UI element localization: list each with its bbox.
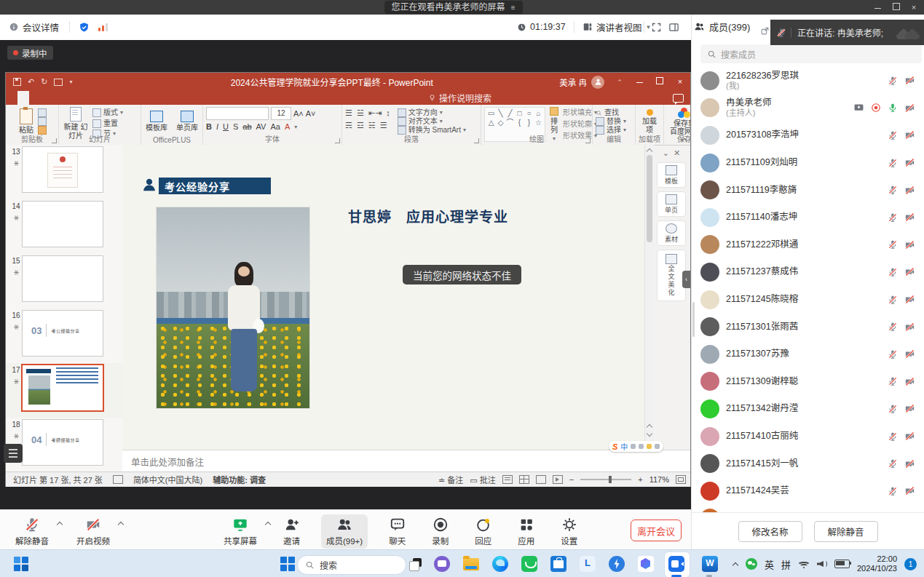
grow-font-button[interactable]: A˄ — [293, 109, 304, 118]
control-button[interactable]: 录制 — [427, 514, 454, 549]
ribbon-tab[interactable] — [146, 91, 157, 105]
ppt-restore-button[interactable] — [649, 73, 670, 91]
widgets-icon[interactable] — [12, 554, 31, 573]
qat-customize-icon[interactable]: ▾ — [69, 79, 72, 85]
zoom-in-button[interactable]: + — [638, 475, 642, 484]
zoom-out-button[interactable]: − — [569, 475, 574, 484]
microsoft-store-icon[interactable] — [549, 554, 568, 573]
control-button[interactable]: 邀请 — [278, 514, 305, 549]
member-row[interactable]: 冉美承老师 (主持人) — [692, 95, 924, 122]
member-row[interactable]: 211571309谢梓聪 — [692, 368, 924, 396]
member-row[interactable]: 221628236罗思琪 (我) — [692, 67, 924, 95]
tencent-meeting-icon[interactable] — [668, 556, 684, 572]
comments-icon[interactable] — [673, 94, 684, 103]
slide-canvas[interactable]: 考公经验分享 甘思婷 应用心理学专业 当前您的网络状态不佳 — [122, 145, 644, 450]
zoom-percent[interactable]: 117% — [649, 475, 669, 484]
language-status[interactable]: 简体中文(中国大陆) — [133, 474, 202, 485]
italic-button[interactable]: I — [216, 122, 218, 131]
normal-view-button[interactable] — [502, 475, 513, 484]
control-button[interactable]: 成员(99+) — [321, 514, 368, 549]
member-row[interactable]: 211571301张雨茜 — [692, 313, 924, 341]
ime-mic-icon[interactable] — [631, 444, 636, 449]
zoom-slider-thumb[interactable] — [609, 476, 612, 483]
align-center-button[interactable]: ☲ — [357, 121, 364, 130]
dialog-launcher[interactable] — [335, 138, 340, 143]
mic-muted-icon[interactable] — [888, 267, 898, 277]
dialog-launcher[interactable] — [474, 138, 479, 143]
mic-muted-icon[interactable] — [888, 239, 898, 250]
camera-off-icon[interactable] — [904, 294, 915, 305]
fullscreen-button[interactable] — [651, 15, 662, 39]
member-row[interactable]: 211571307苏豫 — [692, 341, 924, 368]
mic-muted-icon[interactable] — [888, 212, 898, 223]
tellme-search[interactable]: 操作说明搜索 — [421, 91, 491, 105]
camera-off-icon[interactable] — [904, 431, 915, 442]
slide-thumbnail-panel[interactable]: 13 14 — [6, 145, 123, 471]
hidden-icons-chevron[interactable] — [733, 561, 738, 567]
ribbon-display-options-button[interactable]: ⌃ — [610, 79, 629, 86]
edge-browser-icon[interactable] — [491, 554, 510, 573]
notes-toggle[interactable]: ≐ 备注 — [438, 474, 463, 485]
next-slide-button[interactable] — [647, 431, 652, 437]
member-row[interactable]: 211571119李憨旖 — [692, 176, 924, 204]
ribbon-tab[interactable] — [52, 91, 64, 105]
shape-outline-button[interactable]: 形状轮廓▾ — [563, 120, 597, 129]
save-icon[interactable] — [13, 78, 21, 86]
mic-muted-icon[interactable] — [888, 376, 898, 386]
chevron-up-icon[interactable] — [119, 521, 124, 526]
camera-off-icon[interactable] — [904, 458, 915, 469]
mic-muted-icon[interactable] — [888, 431, 898, 442]
mic-muted-icon[interactable] — [888, 349, 898, 359]
annotation-toolbar[interactable] — [4, 444, 23, 463]
ribbon-tab[interactable] — [6, 91, 17, 105]
camera-off-icon[interactable] — [904, 403, 915, 414]
indent-buttons[interactable]: ⇤⇥ — [368, 108, 382, 118]
camera-off-icon[interactable] — [904, 157, 915, 168]
camera-off-icon[interactable] — [904, 239, 915, 250]
member-row[interactable]: 211571237蔡成伟 — [692, 258, 924, 286]
control-button[interactable]: 聊天 — [384, 514, 411, 549]
ime-skin-icon[interactable] — [647, 444, 652, 449]
window-close-button[interactable]: × — [905, 0, 923, 15]
slide-thumbnail[interactable]: 18 04考研经验分享 — [6, 418, 122, 471]
member-row[interactable]: 211571342谢丹滢 — [692, 395, 924, 423]
security-shield-icon[interactable] — [79, 15, 90, 39]
comments-toggle[interactable]: ▭ 批注 — [470, 474, 495, 485]
rail-beautify-button[interactable]: 全文美化 — [657, 250, 686, 301]
cut-button[interactable] — [38, 108, 47, 117]
camera-off-icon[interactable] — [904, 485, 915, 496]
slide-thumbnail[interactable]: 14 — [6, 199, 122, 254]
align-right-button[interactable]: ☵ — [368, 121, 376, 130]
start-button[interactable] — [278, 554, 297, 573]
mic-muted-icon[interactable] — [888, 185, 898, 195]
camera-off-icon[interactable] — [904, 185, 915, 196]
account-avatar[interactable] — [591, 76, 604, 89]
ppt-close-button[interactable]: × — [670, 73, 690, 91]
reset-button[interactable]: 重置 — [92, 119, 123, 128]
control-button[interactable]: 回应 — [470, 514, 497, 549]
wifi-icon[interactable] — [798, 560, 810, 568]
numbering-button[interactable]: ☱ — [357, 108, 364, 118]
side-panel-toggle[interactable] — [668, 15, 679, 39]
lightning-app-icon[interactable] — [607, 554, 626, 573]
spellcheck-icon[interactable] — [113, 475, 123, 484]
network-signal-icon[interactable] — [98, 15, 108, 39]
ribbon-tab[interactable] — [157, 91, 169, 105]
justify-button[interactable]: ☰ — [380, 121, 387, 130]
chevron-up-icon[interactable] — [58, 521, 63, 526]
font-color-button[interactable]: A — [285, 122, 290, 131]
camera-off-icon[interactable] — [904, 322, 915, 333]
member-row[interactable]: 201573108李浩坤 — [692, 122, 924, 149]
shadow-button[interactable]: S — [233, 122, 238, 131]
camera-off-icon[interactable] — [904, 266, 915, 277]
ribbon-tab[interactable] — [122, 91, 134, 105]
viewing-banner[interactable]: 您正在观看冉美承老师的屏幕≡ — [384, 1, 524, 14]
meeting-details-button[interactable]: 会议详情 — [9, 15, 59, 39]
taskbar-search-input[interactable]: 搜索 — [297, 555, 406, 575]
previous-slide-button[interactable] — [647, 423, 652, 429]
notes-pane[interactable]: 单击此处添加备注 — [122, 450, 690, 472]
camera-off-icon[interactable] — [904, 349, 915, 359]
member-list[interactable]: 221628236罗思琪 (我) — [692, 67, 924, 513]
ime-pinyin-indicator[interactable]: 拼 — [781, 557, 791, 571]
rail-page-button[interactable]: 单页 — [657, 191, 686, 217]
